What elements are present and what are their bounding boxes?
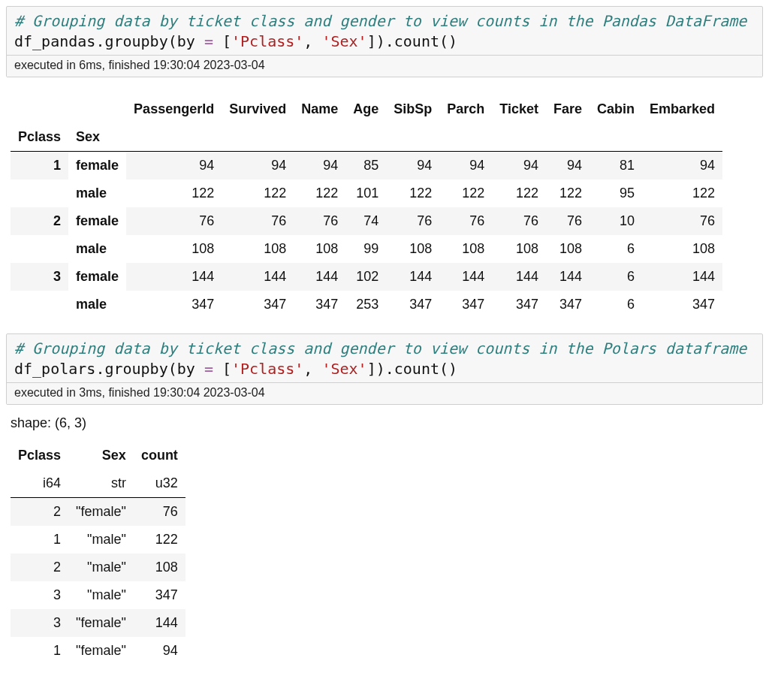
data-cell: 144 <box>439 263 492 291</box>
column-header <box>68 95 126 123</box>
index-cell <box>11 291 68 318</box>
table-row: 1"female"94 <box>11 637 185 665</box>
column-header <box>11 95 68 123</box>
column-header: Ticket <box>492 95 546 123</box>
table-row: 1"male"122 <box>11 526 185 554</box>
execution-status: executed in 3ms, finished 19:30:04 2023-… <box>7 382 762 404</box>
data-cell: 144 <box>546 263 590 291</box>
data-cell: 85 <box>345 152 386 180</box>
data-cell: 122 <box>492 180 546 207</box>
code-cell-polars[interactable]: # Grouping data by ticket class and gend… <box>6 333 763 405</box>
data-cell: 76 <box>546 207 590 235</box>
data-cell: 347 <box>126 291 222 318</box>
index-cell: male <box>68 180 126 207</box>
data-cell: 81 <box>590 152 642 180</box>
column-header: Embarked <box>642 95 722 123</box>
notebook-page: # Grouping data by ticket class and gend… <box>0 0 769 696</box>
code-comment: # Grouping data by ticket class and gend… <box>14 12 746 30</box>
data-cell: 1 <box>11 637 68 665</box>
dtype-header: str <box>68 469 134 498</box>
table-row: 2female76767674767676761076 <box>11 207 722 235</box>
column-header: Sex <box>68 442 134 469</box>
data-cell: 10 <box>590 207 642 235</box>
index-cell: female <box>68 207 126 235</box>
data-cell: 122 <box>134 526 185 554</box>
pandas-output-table: PassengerIdSurvivedNameAgeSibSpParchTick… <box>11 95 722 318</box>
column-header: Parch <box>439 95 492 123</box>
table-row: 1female94949485949494948194 <box>11 152 722 180</box>
column-header: PassengerId <box>126 95 222 123</box>
data-cell: 101 <box>345 180 386 207</box>
data-cell: 6 <box>590 235 642 263</box>
table-row: 3"female"144 <box>11 609 185 637</box>
data-cell: 144 <box>222 263 294 291</box>
polars-output-table: PclassSexcounti64stru32 2"female"761"mal… <box>11 442 185 665</box>
index-cell: 1 <box>11 152 68 180</box>
data-cell: 94 <box>386 152 439 180</box>
polars-shape: shape: (6, 3) <box>11 415 763 431</box>
data-cell: 122 <box>222 180 294 207</box>
data-cell: 108 <box>492 235 546 263</box>
column-header: Cabin <box>590 95 642 123</box>
execution-status: executed in 6ms, finished 19:30:04 2023-… <box>7 55 762 77</box>
column-header: Fare <box>546 95 590 123</box>
data-cell: 144 <box>126 263 222 291</box>
data-cell: 76 <box>222 207 294 235</box>
data-cell: 108 <box>439 235 492 263</box>
data-cell: 6 <box>590 263 642 291</box>
data-cell: 122 <box>546 180 590 207</box>
index-name: Pclass <box>11 123 68 152</box>
data-cell: 102 <box>345 263 386 291</box>
data-cell: 76 <box>134 498 185 527</box>
table-row: male3473473472533473473473476347 <box>11 291 722 318</box>
index-name: Sex <box>68 123 126 152</box>
data-cell: 2 <box>11 498 68 527</box>
table-row: 3"male"347 <box>11 581 185 609</box>
code-comment: # Grouping data by ticket class and gend… <box>14 339 746 358</box>
data-cell: 122 <box>386 180 439 207</box>
data-cell: 3 <box>11 609 68 637</box>
index-cell: male <box>68 235 126 263</box>
index-cell <box>11 235 68 263</box>
column-header: SibSp <box>386 95 439 123</box>
data-cell: "male" <box>68 554 134 581</box>
data-cell: 76 <box>386 207 439 235</box>
data-cell: 144 <box>294 263 345 291</box>
table-row: 2"male"108 <box>11 554 185 581</box>
data-cell: 144 <box>642 263 722 291</box>
data-cell: 76 <box>642 207 722 235</box>
data-cell: 347 <box>386 291 439 318</box>
data-cell: 347 <box>294 291 345 318</box>
data-cell: 76 <box>294 207 345 235</box>
data-cell: 108 <box>642 235 722 263</box>
data-cell: 347 <box>439 291 492 318</box>
code-text: # Grouping data by ticket class and gend… <box>7 334 762 382</box>
column-header: count <box>134 442 185 469</box>
code-cell-pandas[interactable]: # Grouping data by ticket class and gend… <box>6 6 763 77</box>
data-cell: 2 <box>11 554 68 581</box>
data-cell: 94 <box>492 152 546 180</box>
data-cell: 347 <box>546 291 590 318</box>
data-cell: 3 <box>11 581 68 609</box>
code-text: # Grouping data by ticket class and gend… <box>7 7 762 55</box>
data-cell: 94 <box>642 152 722 180</box>
table-row: male12212212210112212212212295122 <box>11 180 722 207</box>
column-header: Name <box>294 95 345 123</box>
code-ident: df_polars <box>14 360 95 378</box>
code-ident: df_pandas <box>14 32 95 50</box>
data-cell: 144 <box>492 263 546 291</box>
data-cell: "female" <box>68 609 134 637</box>
data-cell: 144 <box>386 263 439 291</box>
column-header: Pclass <box>11 442 68 469</box>
column-header: Age <box>345 95 386 123</box>
data-cell: "female" <box>68 498 134 527</box>
data-cell: 122 <box>294 180 345 207</box>
data-cell: 108 <box>294 235 345 263</box>
data-cell: 94 <box>222 152 294 180</box>
data-cell: 94 <box>126 152 222 180</box>
data-cell: 99 <box>345 235 386 263</box>
data-cell: 94 <box>546 152 590 180</box>
data-cell: "male" <box>68 526 134 554</box>
table-row: 3female1441441441021441441441446144 <box>11 263 722 291</box>
data-cell: 122 <box>642 180 722 207</box>
